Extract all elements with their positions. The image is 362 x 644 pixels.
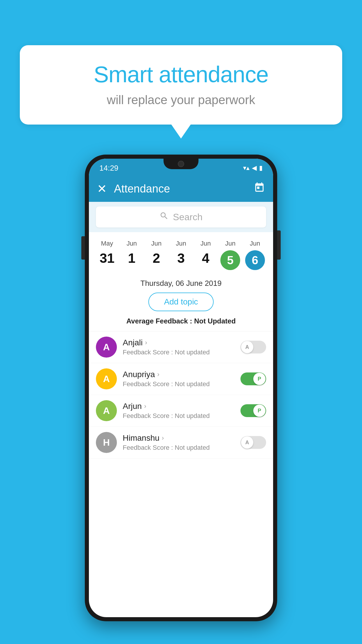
bubble-subtitle: will replace your paperwork: [37, 93, 325, 107]
search-icon: [159, 211, 169, 223]
avg-feedback: Average Feedback : Not Updated: [89, 317, 273, 325]
student-info: Himanshu ›Feedback Score : Not updated: [123, 433, 235, 452]
avatar: A: [96, 337, 117, 358]
bubble-title: Smart attendance: [37, 61, 325, 88]
chevron-icon: ›: [145, 339, 147, 346]
student-name: Anjali ›: [123, 338, 235, 347]
date-col-4[interactable]: Jun4: [193, 237, 218, 269]
battery-icon: ▮: [259, 164, 263, 172]
date-month: Jun: [151, 240, 161, 247]
date-col-1[interactable]: Jun1: [120, 237, 144, 269]
feedback-score: Feedback Score : Not updated: [123, 412, 235, 420]
toggle-knob: A: [241, 436, 253, 449]
student-info: Arjun ›Feedback Score : Not updated: [123, 402, 235, 420]
date-circle: 4: [202, 250, 210, 266]
avatar: A: [96, 368, 117, 389]
phone-outer: 14:29 ▾▴ ◀ ▮ ✕ Attendance: [85, 155, 277, 621]
attendance-toggle[interactable]: P: [240, 372, 266, 385]
status-icons: ▾▴ ◀ ▮: [243, 164, 263, 172]
student-name: Himanshu ›: [123, 433, 235, 443]
student-row[interactable]: AArjun ›Feedback Score : Not updatedP: [89, 395, 273, 427]
feedback-score: Feedback Score : Not updated: [123, 444, 235, 452]
student-row[interactable]: AAnupriya ›Feedback Score : Not updatedP: [89, 363, 273, 395]
feedback-score: Feedback Score : Not updated: [123, 380, 235, 388]
date-strip: May31Jun1Jun2Jun3Jun4Jun5Jun6: [89, 232, 273, 273]
content-area: Thursday, 06 June 2019 Add topic Average…: [89, 273, 273, 459]
toggle-knob: A: [241, 341, 253, 353]
avatar: H: [96, 432, 117, 453]
date-month: Jun: [126, 240, 137, 247]
student-info: Anjali ›Feedback Score : Not updated: [123, 338, 235, 356]
chevron-icon: ›: [157, 371, 159, 378]
toggle-knob: P: [253, 373, 266, 385]
signal-icon: ◀: [252, 164, 257, 172]
date-number: 3: [177, 250, 185, 266]
date-col-3[interactable]: Jun3: [169, 237, 194, 269]
date-col-31[interactable]: May31: [95, 237, 120, 269]
search-container: Search: [89, 202, 273, 232]
date-month: Jun: [176, 240, 186, 247]
date-circle: 6: [245, 250, 265, 270]
chevron-icon: ›: [162, 434, 164, 442]
calendar-icon[interactable]: [254, 182, 265, 195]
selected-date-label: Thursday, 06 June 2019: [89, 279, 273, 288]
student-name: Anupriya ›: [123, 370, 235, 379]
speech-bubble: Smart attendance will replace your paper…: [20, 45, 342, 125]
header-title: Attendance: [114, 183, 247, 195]
status-time: 14:29: [99, 164, 118, 173]
date-number: 5: [227, 254, 233, 267]
date-circle: 31: [100, 250, 115, 266]
date-col-5[interactable]: Jun5: [218, 237, 243, 273]
notch-camera: [178, 161, 184, 167]
phone-notch: [164, 159, 198, 169]
date-circle: 3: [177, 250, 185, 266]
date-number: 6: [252, 254, 258, 267]
avatar: A: [96, 400, 117, 421]
toggle-knob: P: [253, 405, 266, 417]
date-month: May: [101, 240, 113, 247]
feedback-score: Feedback Score : Not updated: [123, 349, 235, 356]
speech-bubble-container: Smart attendance will replace your paper…: [20, 45, 342, 125]
phone-screen: 14:29 ▾▴ ◀ ▮ ✕ Attendance: [89, 159, 273, 617]
close-button[interactable]: ✕: [97, 183, 107, 195]
phone-wrapper: 14:29 ▾▴ ◀ ▮ ✕ Attendance: [85, 155, 277, 621]
date-month: Jun: [250, 240, 260, 247]
date-number: 2: [153, 250, 160, 266]
date-col-6[interactable]: Jun6: [242, 237, 267, 273]
search-bar[interactable]: Search: [96, 206, 266, 228]
student-list: AAnjali ›Feedback Score : Not updatedAAA…: [89, 331, 273, 459]
date-number: 1: [128, 250, 136, 266]
date-month: Jun: [225, 240, 235, 247]
student-info: Anupriya ›Feedback Score : Not updated: [123, 370, 235, 388]
student-row[interactable]: HHimanshu ›Feedback Score : Not updatedA: [89, 427, 273, 459]
date-circle: 1: [128, 250, 136, 266]
app-header: ✕ Attendance: [89, 176, 273, 202]
date-circle: 2: [153, 250, 160, 266]
avg-feedback-value: Not Updated: [194, 317, 236, 325]
date-circle: 5: [220, 250, 240, 270]
search-placeholder: Search: [173, 212, 202, 223]
wifi-icon: ▾▴: [243, 164, 249, 172]
attendance-toggle[interactable]: A: [240, 341, 266, 354]
student-row[interactable]: AAnjali ›Feedback Score : Not updatedA: [89, 331, 273, 363]
student-name: Arjun ›: [123, 402, 235, 411]
date-month: Jun: [201, 240, 211, 247]
date-number: 4: [202, 250, 210, 266]
avg-feedback-label: Average Feedback :: [126, 317, 192, 325]
attendance-toggle[interactable]: A: [240, 436, 266, 449]
date-col-2[interactable]: Jun2: [144, 237, 169, 269]
add-topic-button[interactable]: Add topic: [148, 293, 214, 311]
chevron-icon: ›: [144, 402, 146, 410]
attendance-toggle[interactable]: P: [240, 404, 266, 417]
date-number: 31: [100, 250, 115, 266]
